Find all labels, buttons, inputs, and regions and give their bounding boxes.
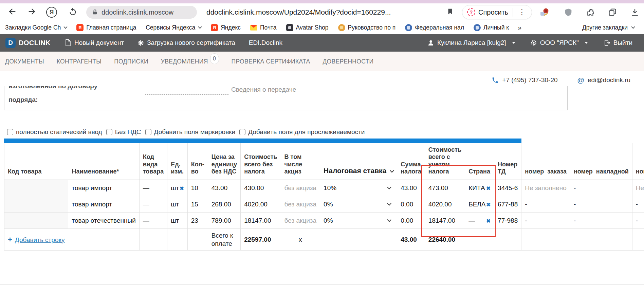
tax-rate-select[interactable]: 0%	[324, 201, 393, 208]
cell[interactable]: Не заполнено	[521, 180, 570, 196]
forward-button[interactable]	[24, 3, 39, 21]
cell[interactable]: БЕЛА✖	[465, 196, 494, 213]
cell[interactable]: 473.00	[425, 180, 465, 196]
cell[interactable]: 3445-6	[494, 180, 521, 196]
extensions-puzzle-icon[interactable]	[586, 7, 595, 17]
shield-extension-icon[interactable]	[564, 7, 573, 17]
nav-item-документы[interactable]: ДОКУМЕНТЫ	[5, 58, 44, 65]
tax-rate-select[interactable]: 0%	[324, 217, 393, 224]
nav-item-проверка-сертификата[interactable]: ПРОВЕРКА СЕРТИФИКАТА	[232, 58, 310, 65]
bookmark-item[interactable]: Руководство по п	[338, 24, 396, 31]
cell[interactable]: 77-988	[494, 213, 521, 229]
ask-button[interactable]: Спросить	[478, 8, 508, 16]
brand-name[interactable]: DOCLINK	[19, 39, 51, 47]
checkbox-unchecked[interactable]	[7, 129, 13, 135]
url-bar[interactable]: ddoclink.cislink.moscow/Upd2024/Modify?d…	[206, 3, 391, 21]
checkbox-unchecked[interactable]	[239, 129, 245, 135]
nav-item-уведомления[interactable]: УВЕДОМЛЕНИЯ0	[161, 58, 219, 65]
cell[interactable]: -	[570, 196, 632, 213]
column-header[interactable]: Налоговая ставка	[320, 143, 397, 180]
bookmark-item[interactable]: Личный к	[474, 24, 509, 31]
bookmark-item[interactable]: Avatar Shop	[286, 24, 329, 31]
cell[interactable]: 0.00	[397, 213, 425, 229]
cell[interactable]: Не заполнено	[632, 180, 644, 196]
signature-extension-icon[interactable]	[540, 7, 549, 17]
cell[interactable]: 15	[187, 196, 208, 213]
cell[interactable]: 4020.00	[241, 196, 281, 213]
cell[interactable]: -	[521, 213, 570, 229]
cell[interactable]: товар импорт	[68, 180, 139, 196]
cell[interactable]: 0.00	[397, 196, 425, 213]
cell[interactable]: КИТА✖	[465, 180, 494, 196]
bookmarks-overflow-chevron[interactable]: »	[518, 24, 521, 32]
cell[interactable]: 430.00	[241, 180, 281, 196]
cell[interactable]: -	[632, 196, 644, 213]
cell[interactable]: 18147.00	[425, 213, 465, 229]
yandex-home-button[interactable]: Я	[44, 3, 59, 21]
checkbox-unchecked[interactable]	[106, 129, 112, 135]
cell[interactable]: 677-88	[494, 196, 521, 213]
upload-certificate-button[interactable]: Загрузка нового сертификата	[137, 39, 235, 47]
checkbox-unchecked[interactable]	[145, 129, 151, 135]
doclink-logo[interactable]: D	[5, 38, 16, 48]
nav-item-контрагенты[interactable]: КОНТРАГЕНТЫ	[57, 58, 102, 65]
cell[interactable]: 789.00	[208, 213, 241, 229]
nav-item-доверенности[interactable]: ДОВЕРЕННОСТИ	[323, 58, 373, 65]
cell[interactable]: 43.00	[397, 180, 425, 196]
cell[interactable]: -	[570, 180, 632, 196]
cell[interactable]: 268.00	[208, 196, 241, 213]
cell[interactable]: —	[139, 180, 167, 196]
cell[interactable]: —	[139, 196, 167, 213]
back-button[interactable]	[5, 3, 20, 21]
cell[interactable]: шт✖	[167, 180, 188, 196]
cell[interactable]: 18147.00	[241, 213, 281, 229]
cell[interactable]: -	[521, 196, 570, 213]
cell[interactable]: 0%	[320, 196, 397, 213]
cell[interactable]: 10	[187, 180, 208, 196]
domain-chip[interactable]: ddoclink.cislink.moscow	[86, 6, 197, 19]
cell[interactable]: 10%	[320, 180, 397, 196]
bookmark-item[interactable]: Федеральная нал	[405, 24, 464, 31]
cell[interactable]: шт	[167, 213, 188, 229]
tabs-icon[interactable]	[608, 7, 617, 17]
bookmark-item[interactable]: ЯГлавная страница	[76, 24, 136, 31]
bookmark-page-button[interactable]	[443, 3, 457, 21]
bookmark-item[interactable]: Закладки Google Ch	[5, 24, 67, 31]
cell[interactable]: -	[570, 213, 632, 229]
edi-doclink-link[interactable]: EDI.Doclink	[249, 39, 282, 47]
cell[interactable]: товар отечественный	[68, 213, 139, 229]
plus-icon[interactable]: +	[8, 235, 12, 244]
remove-x-icon[interactable]: ✖	[180, 185, 184, 191]
cell[interactable]: шт	[167, 196, 188, 213]
cell[interactable]: без акциза	[281, 196, 320, 213]
cell[interactable]: 0%	[320, 213, 397, 229]
remove-x-icon[interactable]: ✖	[486, 202, 491, 207]
remove-x-icon[interactable]: ✖	[486, 185, 491, 191]
email-contact[interactable]: @ edi@doclink.ru	[577, 76, 630, 84]
other-bookmarks-button[interactable]: Другие закладки	[582, 24, 634, 31]
cell[interactable]: без акциза	[281, 213, 320, 229]
kebab-menu-icon[interactable]: ⋮	[516, 8, 528, 17]
cell[interactable]: 23	[187, 213, 208, 229]
cell[interactable]: —	[139, 213, 167, 229]
cell[interactable]: —✖	[465, 213, 494, 229]
contract-input[interactable]	[145, 87, 228, 95]
cell[interactable]: товар импорт	[68, 196, 139, 213]
cell[interactable]: 4020.00	[425, 196, 465, 213]
bookmark-item[interactable]: Сервисы Яндекса	[146, 24, 201, 31]
add-row-link[interactable]: Добавить строку	[15, 236, 65, 243]
reload-button[interactable]	[65, 3, 80, 21]
tax-rate-select[interactable]: 10%	[324, 184, 393, 192]
bookmark-item[interactable]: Почта	[250, 24, 277, 31]
cell[interactable]: без акциза	[281, 180, 320, 196]
cell[interactable]: -	[632, 213, 644, 229]
remove-x-icon[interactable]: ✖	[486, 218, 491, 224]
logout-button[interactable]: Выйти	[604, 39, 632, 47]
downloads-icon[interactable]	[630, 7, 640, 17]
bookmark-item[interactable]: ЯЯндекс	[211, 24, 241, 31]
nav-item-подписки[interactable]: ПОДПИСКИ	[114, 58, 148, 65]
new-document-button[interactable]: Новый документ	[65, 39, 124, 47]
organization-menu[interactable]: ООО "ЯРСК"	[530, 39, 588, 47]
cell[interactable]: 43.00	[208, 180, 241, 196]
user-menu[interactable]: Куклина Лариса [kulg2]	[427, 39, 515, 47]
